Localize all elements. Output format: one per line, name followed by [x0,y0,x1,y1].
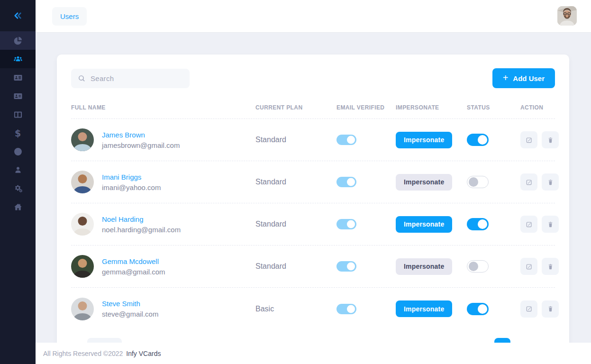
profile-photo [557,6,577,26]
user-name-link[interactable]: James Brown [102,131,180,139]
footer-rights: All Rights Reserved ©2022 [43,350,123,357]
row-actions [520,300,559,318]
delete-button[interactable] [542,300,559,318]
edit-icon [526,305,533,312]
sidebar-item-languages[interactable] [0,142,36,161]
plus-icon: + [503,73,509,82]
card-toolbar: + Add User [57,55,569,88]
user-name-link[interactable]: Steve Smith [102,300,158,308]
user-email: gemma@gmail.com [102,268,165,276]
user-avatar [71,171,94,193]
user-avatar [71,298,94,320]
current-plan: Basic [255,305,336,313]
user-email: jamesbrown@gmail.com [102,141,180,149]
search-input[interactable] [91,74,183,82]
sidebar-collapse-button[interactable] [0,0,36,31]
row-actions [520,173,559,191]
users-icon [13,55,23,64]
delete-button[interactable] [542,258,559,275]
col-email-verified: Email Verified [336,104,396,111]
search-icon [78,74,86,82]
user-cell: Steve Smith steve@gmail.com [71,298,255,320]
table-row: Imani Briggs imani@yahoo.com Standard Im… [71,161,555,203]
delete-button[interactable] [542,173,559,191]
toggle-knob [478,219,487,229]
sidebar-item-contacts[interactable] [0,87,36,105]
toggle-knob [347,220,355,228]
table-row: Steve Smith steve@gmail.com Basic Impers… [71,288,555,330]
status-toggle[interactable] [467,134,489,146]
row-actions [520,131,559,148]
user-name-link[interactable]: Noel Harding [102,215,181,223]
impersonate-button[interactable]: Impersonate [396,132,452,148]
toggle-knob [347,305,355,313]
globe-icon [13,147,23,156]
sidebar-item-settings[interactable] [0,179,36,198]
trash-icon [547,136,554,144]
col-status: Status [467,104,520,111]
trash-icon [547,221,554,228]
impersonate-button[interactable]: Impersonate [396,216,452,233]
email-verified-toggle[interactable] [336,219,356,229]
status-toggle[interactable] [467,176,489,188]
current-plan: Standard [255,262,336,271]
sidebar-item-users[interactable] [0,50,36,68]
sidebar-item-plans[interactable]: $ [0,124,36,142]
delete-button[interactable] [542,216,559,233]
user-name-link[interactable]: Imani Briggs [102,173,161,181]
row-actions [520,216,559,233]
impersonate-button[interactable]: Impersonate [396,258,452,275]
col-full-name: Full Name [71,104,255,111]
edit-button[interactable] [520,131,537,148]
footer: All Rights Reserved ©2022 Infy VCards [36,343,591,364]
toggle-knob [469,262,478,271]
edit-button[interactable] [520,173,537,191]
status-toggle[interactable] [467,260,489,273]
edit-button[interactable] [520,258,537,275]
toggle-knob [347,136,355,144]
edit-button[interactable] [520,300,537,318]
table-header: Full Name Current Plan Email Verified Im… [71,104,555,119]
sidebar-item-vcards[interactable] [0,68,36,87]
sidebar-item-home[interactable] [0,198,36,216]
edit-icon [526,263,533,270]
toggle-knob [469,177,478,187]
impersonate-button[interactable]: Impersonate [396,174,452,191]
impersonate-button[interactable]: Impersonate [396,300,452,317]
users-card: + Add User Full Name Current Plan Email … [57,55,569,360]
toggle-knob [478,135,487,145]
email-verified-toggle[interactable] [336,135,356,145]
vcard-icon [13,73,23,82]
sidebar: $ [0,0,36,364]
home-icon [13,202,23,212]
toggle-knob [347,263,355,271]
table-row: Gemma Mcdowell gemma@gmail.com Standard … [71,246,555,288]
profile-avatar[interactable] [557,6,577,26]
columns-icon [13,110,23,119]
user-email: noel.harding@gmail.com [102,226,181,234]
add-user-button[interactable]: + Add User [492,68,555,88]
status-toggle[interactable] [467,303,489,315]
toggle-knob [347,178,355,186]
user-name-link[interactable]: Gemma Mcdowell [102,257,165,265]
status-toggle[interactable] [467,218,489,230]
delete-button[interactable] [542,131,559,148]
contact-card-icon [13,91,23,101]
sidebar-item-templates[interactable] [0,105,36,124]
email-verified-toggle[interactable] [336,177,356,187]
top-bar: Users [36,0,591,32]
sidebar-item-dashboard[interactable] [0,31,36,50]
dollar-icon: $ [15,128,21,138]
double-chevron-left-icon [12,10,24,21]
pie-chart-icon [13,36,23,46]
user-cell: Noel Harding noel.harding@gmail.com [71,213,255,236]
person-icon [13,165,23,175]
breadcrumb[interactable]: Users [52,7,87,26]
sidebar-item-profile[interactable] [0,161,36,179]
edit-button[interactable] [520,216,537,233]
trash-icon [547,305,554,312]
add-user-label: Add User [513,74,545,82]
email-verified-toggle[interactable] [336,304,356,314]
email-verified-toggle[interactable] [336,261,356,272]
user-avatar [71,255,94,278]
